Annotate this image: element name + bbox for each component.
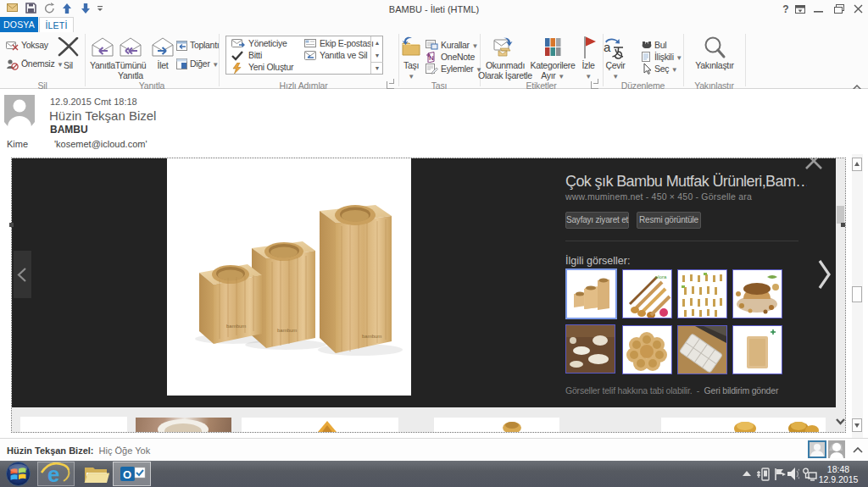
svg-text:bambum: bambum <box>226 324 246 329</box>
svg-text:elora: elora <box>655 274 667 279</box>
svg-text:a: a <box>604 40 611 54</box>
svg-text:O: O <box>123 468 131 481</box>
svg-text:bambum: bambum <box>277 328 297 333</box>
svg-text:bambum: bambum <box>362 334 381 339</box>
